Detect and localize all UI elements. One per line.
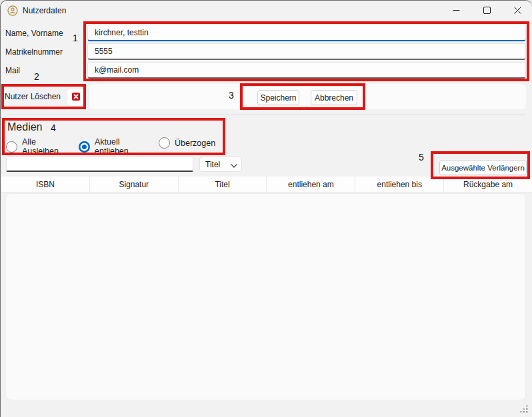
- user-icon: [7, 5, 18, 16]
- column-header-isbn[interactable]: ISBN: [1, 177, 90, 192]
- radio-aktuell-entliehen[interactable]: Aktuell entliehen: [79, 137, 129, 156]
- search-field-dropdown[interactable]: Titel: [199, 157, 242, 172]
- annotation-number-5: 5: [419, 152, 424, 163]
- delete-user-button[interactable]: [67, 88, 85, 107]
- annotation-number-1: 1: [73, 33, 78, 43]
- maximize-icon: [483, 6, 491, 16]
- close-button[interactable]: [502, 1, 532, 21]
- save-button[interactable]: Speichern: [257, 90, 299, 105]
- cancel-button[interactable]: Abbrechen: [311, 90, 357, 105]
- column-header-signatur[interactable]: Signatur: [90, 177, 179, 192]
- extend-selected-button[interactable]: Ausgewählte Verlängern: [439, 160, 527, 175]
- delete-user-label: Nutzer Löschen: [5, 92, 61, 101]
- media-table-body: [5, 193, 526, 400]
- matrikelnummer-field-label: Matrikelnummer: [5, 47, 63, 57]
- window-title: Nutzerdaten: [23, 6, 66, 15]
- media-table-header: ISBN Signatur Titel entliehen am entlieh…: [1, 177, 532, 193]
- section-divider: [6, 115, 526, 115]
- column-header-entliehen-bis[interactable]: entliehen bis: [355, 177, 444, 192]
- maximize-button[interactable]: [471, 1, 502, 21]
- mail-input[interactable]: [87, 62, 526, 79]
- action-panel: [89, 84, 526, 109]
- radio-unchecked-icon: [6, 141, 17, 153]
- delete-icon: [71, 92, 81, 103]
- dropdown-selected-value: Titel: [200, 160, 231, 169]
- nutzerdaten-window: Nutzerdaten Name, Vorname Matrikelnummer…: [0, 0, 532, 417]
- column-header-rueckgabe-am[interactable]: Rückgabe am: [444, 177, 532, 192]
- column-header-entliehen-am[interactable]: entliehen am: [267, 177, 355, 192]
- close-icon: [514, 6, 521, 16]
- minimize-icon: [453, 6, 460, 16]
- chevron-down-icon: [231, 159, 237, 171]
- radio-alle-ausleihen[interactable]: Alle Ausleihen: [6, 137, 59, 156]
- title-bar: Nutzerdaten: [1, 1, 532, 21]
- matrikelnummer-input[interactable]: [87, 43, 526, 60]
- radio-unchecked-icon: [159, 137, 170, 149]
- annotation-number-2: 2: [34, 71, 39, 82]
- column-header-titel[interactable]: Titel: [179, 177, 267, 192]
- annotation-number-4: 4: [51, 123, 56, 133]
- radio-checked-icon: [79, 141, 90, 153]
- mail-field-label: Mail: [5, 66, 20, 75]
- name-input[interactable]: [87, 25, 526, 41]
- medien-heading: Medien: [7, 121, 42, 133]
- radio-ueberzogen[interactable]: Überzogen: [159, 137, 215, 149]
- resize-grip[interactable]: [519, 404, 529, 414]
- media-search-input[interactable]: [6, 157, 193, 172]
- name-field-label: Name, Vorname: [5, 29, 63, 38]
- minimize-button[interactable]: [441, 1, 471, 21]
